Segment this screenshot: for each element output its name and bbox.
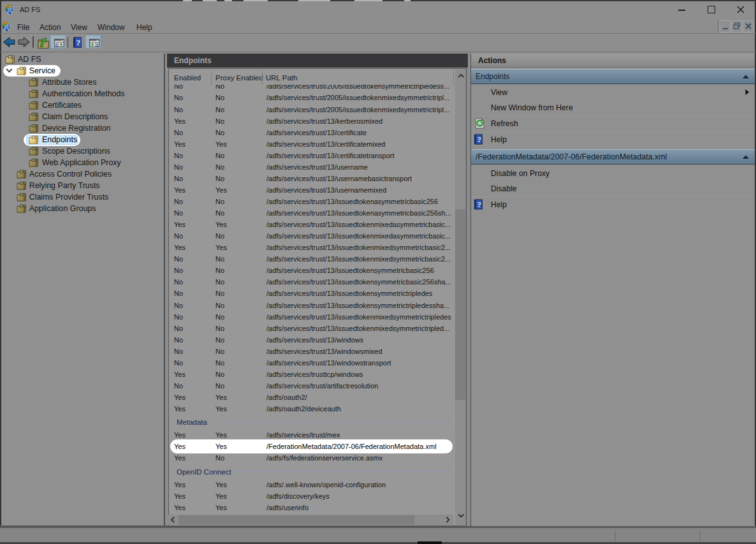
svg-text:?: ? (477, 200, 481, 209)
svg-text:?: ? (477, 135, 481, 144)
svg-text:?: ? (76, 38, 80, 47)
